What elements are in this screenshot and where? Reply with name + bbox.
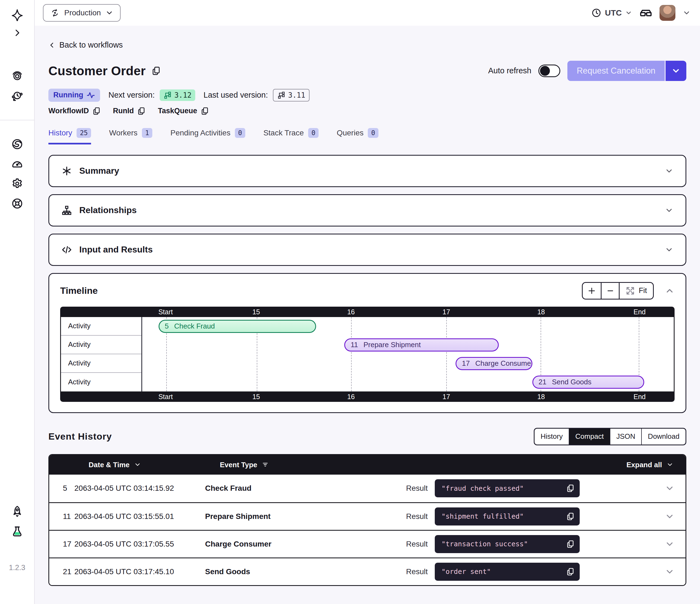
chevron-left-icon [48,42,55,49]
app: 1.2.3 Production UTC [0,0,700,604]
expand-rail-chevron-icon[interactable] [12,28,22,38]
support-lifebuoy-icon[interactable] [11,197,24,210]
branch-icon [164,91,172,99]
chevron-down-icon[interactable] [665,539,675,549]
event-row[interactable]: 172063-04-05 UTC 03:17:05.55Charge Consu… [49,530,685,557]
copy-icon[interactable] [566,484,575,493]
result-label: Result [406,567,428,576]
request-cancelation-button[interactable]: Request Cancelation [567,61,686,81]
toggle-knob [540,66,550,76]
timeline-panel: Timeline [48,273,686,413]
id-chip-label: RunId [113,107,134,115]
expand-all-button[interactable]: Expand all [626,460,673,469]
copy-icon[interactable] [566,512,575,521]
tab-history[interactable]: History25 [48,128,91,144]
event-timestamp: 2063-04-05 UTC 03:17:05.55 [74,540,205,549]
timeline-bar-charge-consumer[interactable]: 17Charge Consumer [455,357,532,370]
view-download-button[interactable]: Download [641,429,685,444]
copy-icon[interactable] [566,540,575,549]
tab-pending-activities[interactable]: Pending Activities0 [170,128,245,144]
timeline-row-label: Activity [61,354,141,373]
chevron-up-icon[interactable] [665,286,675,296]
timeline-bar-row: 5Check Fraud [142,317,667,336]
request-cancelation-label[interactable]: Request Cancelation [567,61,665,81]
view-compact-button[interactable]: Compact [569,429,610,444]
timezone-label: UTC [605,8,622,18]
tab-label: Queries [336,128,364,137]
tab-label: History [48,128,72,137]
id-chip-workflowid[interactable]: WorkflowID [48,107,101,116]
timeline-bar-prepare-shipment[interactable]: 11Prepare Shipment [344,338,498,352]
summary-section[interactable]: Summary [48,155,686,187]
avatar[interactable] [659,5,675,21]
chevron-down-icon[interactable] [665,167,673,175]
copy-icon[interactable] [92,107,101,116]
copy-icon[interactable] [151,66,161,76]
fit-label: Fit [639,286,647,295]
cancelation-menu-button[interactable] [666,61,686,81]
namespace-s-icon[interactable] [11,138,24,150]
result-value-chip[interactable]: "fraud check passed" [435,479,580,497]
filter-icon [262,461,269,468]
relationships-section[interactable]: Relationships [48,194,686,226]
result-value: "order sent" [441,567,491,576]
back-to-workflows-link[interactable]: Back to workflows [48,41,123,49]
event-type: Check Fraud [205,484,406,493]
tab-queries[interactable]: Queries0 [336,128,378,144]
view-json-button[interactable]: JSON [610,429,641,444]
relationships-label: Relationships [79,205,137,215]
zoom-in-button[interactable] [583,283,601,299]
id-chip-taskqueue[interactable]: TaskQueue [158,107,209,116]
labs-star-icon[interactable] [11,8,24,21]
chevron-down-icon [666,461,673,468]
event-row[interactable]: 52063-04-05 UTC 03:14:15.92Check FraudRe… [49,475,685,502]
view-history-button[interactable]: History [534,429,569,444]
content: Back to workflows Customer Order Auto re… [35,26,700,604]
result-value-chip[interactable]: "order sent" [435,563,580,581]
fit-button[interactable]: Fit [619,283,653,299]
zoom-out-button[interactable] [601,283,619,299]
glasses-icon[interactable] [639,7,652,18]
result-value-chip[interactable]: "transaction success" [435,535,580,553]
timezone-selector[interactable]: UTC [591,8,632,18]
usage-gauge-icon[interactable] [11,157,24,170]
auto-refresh-label: Auto refresh [488,66,531,75]
environment-selector[interactable]: Production [43,4,121,22]
schedules-clock-icon[interactable] [11,90,24,102]
chevron-down-icon [105,9,114,17]
copy-icon[interactable] [566,567,575,576]
chevron-down-icon[interactable] [665,483,675,493]
flask-icon[interactable] [11,525,24,538]
next-version-value: 3.12 [174,91,192,99]
axis-tick-15: 15 [252,392,260,401]
result-value: "fraud check passed" [441,484,524,492]
chevron-down-icon[interactable] [665,206,673,215]
timeline-bar-row: 11Prepare Shipment [142,336,667,354]
event-row[interactable]: 212063-04-05 UTC 03:17:45.10Send GoodsRe… [49,557,685,585]
settings-gear-icon[interactable] [11,177,24,190]
chevron-down-icon[interactable] [665,567,675,577]
timeline-bar-check-fraud[interactable]: 5Check Fraud [158,320,316,333]
tab-workers[interactable]: Workers1 [109,128,152,144]
copy-icon[interactable] [200,107,209,116]
column-date-time[interactable]: Date & Time [89,460,141,469]
event-history-header: Date & Time Event Type Expand all [49,455,685,475]
chevron-down-icon[interactable] [682,9,691,17]
column-event-type[interactable]: Event Type [220,460,269,469]
result-value-chip[interactable]: "shipment fulfilled" [435,507,580,526]
chevron-down-icon[interactable] [665,245,673,254]
event-row[interactable]: 112063-04-05 UTC 03:15:55.01Prepare Ship… [49,502,685,530]
topbar: Production UTC [35,0,700,26]
timeline-bar-send-goods[interactable]: 21Send Goods [532,376,644,389]
expand-all-label: Expand all [626,460,662,469]
chevron-down-icon[interactable] [665,511,675,522]
auto-refresh-toggle[interactable] [539,65,560,77]
copy-icon[interactable] [137,107,146,116]
result-value: "shipment fulfilled" [441,512,524,520]
workflows-spiral-icon[interactable] [11,70,24,82]
id-chip-runid[interactable]: RunId [113,107,146,116]
chevron-down-icon [134,461,141,468]
rocket-icon[interactable] [11,505,24,518]
input-results-section[interactable]: Input and Results [48,234,686,266]
tab-stack-trace[interactable]: Stack Trace0 [263,128,319,144]
